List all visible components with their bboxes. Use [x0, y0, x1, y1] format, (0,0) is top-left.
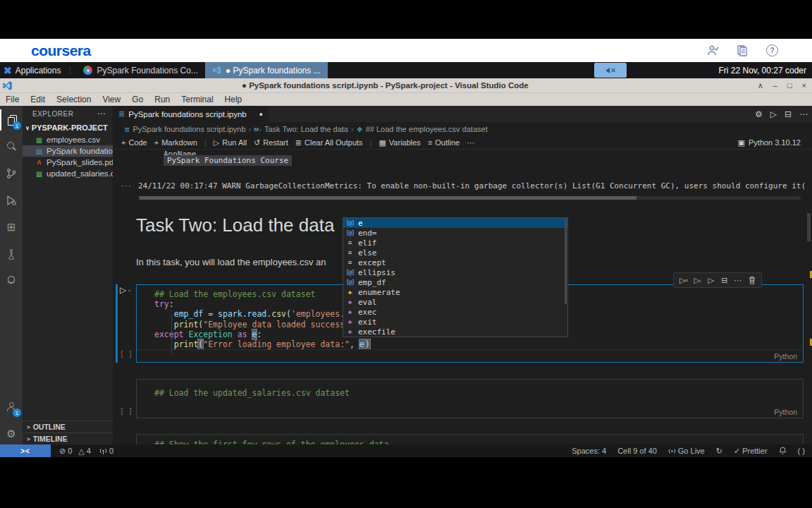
- search-icon[interactable]: [0, 136, 23, 157]
- close-button[interactable]: ×: [802, 81, 806, 90]
- csv-file-icon: ▦: [35, 136, 43, 144]
- code-line[interactable]: ## Show the first few rows of the employ…: [154, 440, 803, 445]
- explorer-icon[interactable]: 1: [0, 109, 23, 131]
- coursera-logo[interactable]: coursera: [31, 42, 91, 59]
- run-all-button[interactable]: ▷Run All: [214, 138, 247, 147]
- suggest-item-else[interactable]: ≡else: [343, 248, 567, 258]
- testing-icon[interactable]: [0, 243, 23, 265]
- code-line[interactable]: ## Load the updated_salaries.csv dataset: [154, 388, 803, 398]
- code-cell-3[interactable]: ## Show the first few rows of the employ…: [136, 434, 804, 445]
- volume-mute-button[interactable]: ✕: [594, 63, 627, 78]
- suggest-item-except[interactable]: ≡except: [343, 258, 567, 267]
- add-code-button[interactable]: +Code: [121, 138, 147, 147]
- problems-indicator[interactable]: ⊘0 △4: [59, 447, 91, 456]
- menu-terminal[interactable]: Terminal: [176, 95, 219, 104]
- breadcrumb-file[interactable]: PySpark foundations script.ipynb: [133, 125, 245, 133]
- menu-view[interactable]: View: [97, 95, 126, 104]
- suggest-item-eval[interactable]: ◈eval: [343, 297, 567, 307]
- file-item-employees-csv[interactable]: ▦employees.csv: [23, 134, 113, 145]
- split-cell-icon[interactable]: ⊟: [721, 276, 727, 285]
- feedback-icon[interactable]: ( ): [798, 447, 805, 455]
- cell-language[interactable]: Python: [774, 408, 797, 416]
- menu-help[interactable]: Help: [219, 95, 248, 104]
- menu-file[interactable]: File: [0, 95, 25, 104]
- taskbar-clock[interactable]: Fri 22 Nov, 00:27 coder: [718, 66, 806, 75]
- remote-indicator[interactable]: ><: [0, 445, 51, 457]
- gear-icon[interactable]: ⚙: [755, 109, 763, 119]
- account-icon[interactable]: 1: [0, 397, 23, 418]
- run-cell-button[interactable]: ▷⌄: [120, 285, 132, 295]
- delete-cell-icon[interactable]: [749, 276, 756, 284]
- dropdown-scrollbar[interactable]: [565, 219, 567, 304]
- cell-position-indicator[interactable]: Cell 9 of 40: [617, 447, 657, 455]
- execute-below-icon[interactable]: ▷↓: [694, 276, 702, 285]
- settings-gear-icon[interactable]: ⚙: [0, 423, 23, 445]
- notes-icon[interactable]: [737, 45, 748, 56]
- tab-notebook[interactable]: ≣ PySpark foundations script.ipynb ●: [113, 106, 269, 122]
- method-suggestion-icon: ◈: [345, 298, 355, 306]
- extensions-icon[interactable]: ⊞: [0, 217, 23, 238]
- suggest-item-enumerate[interactable]: ◆enumerate: [343, 287, 567, 297]
- suggest-item-exit[interactable]: ◈exit: [343, 317, 567, 327]
- jupyter-icon[interactable]: [0, 269, 23, 290]
- menu-run[interactable]: Run: [149, 95, 176, 104]
- suggest-item-execfile[interactable]: ◈execfile: [343, 327, 567, 337]
- output-horizontal-scrollbar[interactable]: [138, 196, 801, 200]
- file-item-updated-salaries-c[interactable]: ▦updated_salaries.c...: [23, 168, 113, 179]
- suggest-item-end[interactable]: [@]end=: [343, 228, 567, 238]
- taskbar-window-chrome[interactable]: PySpark Foundations Co...: [76, 62, 204, 78]
- menu-go[interactable]: Go: [126, 95, 149, 104]
- maximize-button[interactable]: □: [787, 81, 792, 90]
- variables-button[interactable]: ▦Variables: [379, 138, 420, 147]
- code-line[interactable]: print("Error loading employee data:", e): [154, 339, 803, 349]
- timeline-section[interactable]: > TIMELINE: [23, 433, 113, 445]
- ports-indicator[interactable]: 0: [99, 447, 113, 455]
- cell-language[interactable]: Python: [774, 352, 797, 361]
- run-debug-icon[interactable]: [0, 190, 23, 211]
- code-editor[interactable]: ## Show the first few rows of the employ…: [137, 435, 803, 445]
- debug-cell-icon[interactable]: ▷·: [708, 276, 715, 285]
- suggest-item-elif[interactable]: ≡elif: [343, 238, 567, 248]
- breadcrumb-cell[interactable]: ## Load the employees.csv dataset: [366, 125, 488, 133]
- minimize-button[interactable]: –: [773, 81, 777, 90]
- restart-button[interactable]: ↺Restart: [254, 138, 288, 147]
- prettier-indicator[interactable]: ✓Prettier: [734, 447, 768, 456]
- file-item-pyspark-foundatio[interactable]: ▤PySpark foundatio...: [23, 145, 113, 157]
- notifications-bell-icon[interactable]: [779, 447, 787, 455]
- taskbar-window-vscode[interactable]: ● PySpark foundations ...: [205, 62, 328, 78]
- suggest-item-ellipsis[interactable]: [@]ellipsis: [343, 267, 567, 277]
- go-live-button[interactable]: Go Live: [668, 447, 705, 455]
- kernel-picker[interactable]: ▣ Python 3.10.12: [738, 138, 801, 147]
- toolbar-more-icon[interactable]: ⋯: [467, 138, 474, 147]
- suggest-item-e[interactable]: [@]e: [343, 218, 567, 228]
- run-all-icon[interactable]: ▷: [770, 109, 777, 119]
- output-expand-icon[interactable]: ···: [121, 181, 132, 190]
- indentation-indicator[interactable]: Spaces: 4: [572, 447, 606, 455]
- more-actions-icon[interactable]: ⋯: [734, 276, 742, 285]
- project-folder[interactable]: ∨ PYSPARK-PROJECT: [23, 121, 113, 134]
- file-item-pyspark-slides-pdf[interactable]: APySpark_slides.pdf: [23, 157, 113, 168]
- applications-menu[interactable]: Applications: [16, 66, 61, 75]
- editor-scrollbar[interactable]: [807, 213, 811, 241]
- instructor-icon[interactable]: [707, 45, 719, 56]
- more-actions-icon[interactable]: ⋯: [799, 109, 808, 119]
- source-control-icon[interactable]: [0, 163, 23, 184]
- menu-selection[interactable]: Selection: [51, 95, 97, 104]
- clear-outputs-button[interactable]: ≣Clear All Outputs: [295, 138, 363, 147]
- code-editor[interactable]: ## Load the updated_salaries.csv dataset: [137, 380, 803, 398]
- split-editor-icon[interactable]: ⊟: [785, 109, 792, 119]
- sync-spinner-icon[interactable]: ↻: [716, 447, 722, 456]
- help-icon[interactable]: ?: [766, 44, 778, 56]
- outline-section[interactable]: > OUTLINE: [23, 421, 113, 433]
- add-markdown-button[interactable]: +Markdown: [154, 138, 197, 147]
- outline-button[interactable]: ≡Outline: [428, 138, 460, 147]
- breadcrumb-section[interactable]: Task Two: Load the data: [264, 125, 348, 133]
- shade-button[interactable]: ∧: [758, 81, 763, 90]
- cell-toolbar: ▷≡ ▷↓ ▷· ⊟ ⋯: [673, 272, 762, 288]
- explorer-more-icon[interactable]: ⋯: [97, 109, 106, 119]
- code-cell-2[interactable]: ## Load the updated_salaries.csv dataset…: [136, 379, 804, 418]
- suggest-item-emp-df[interactable]: [@]emp_df: [343, 277, 567, 287]
- menu-edit[interactable]: Edit: [25, 95, 51, 104]
- execute-above-icon[interactable]: ▷≡: [679, 276, 688, 285]
- suggest-item-exec[interactable]: ◈exec: [343, 307, 567, 317]
